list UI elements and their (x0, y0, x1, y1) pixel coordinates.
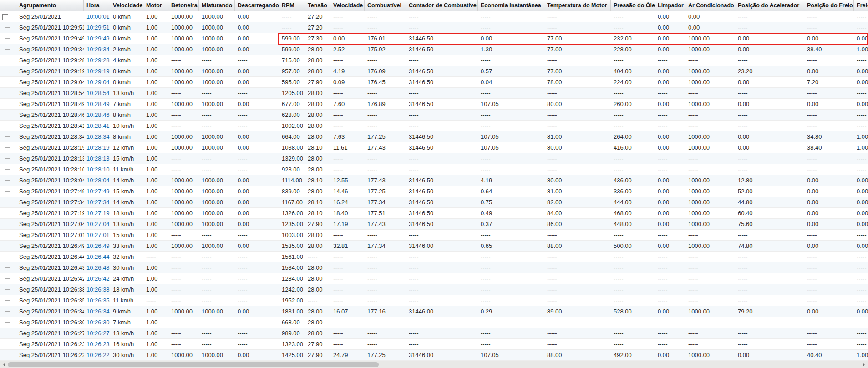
collapse-minus-icon[interactable]: − (2, 14, 8, 20)
table-row[interactable]: Seg 25/01/2021 10:28:4110:28:4110 km/h1.… (0, 121, 868, 131)
cell-hora[interactable]: 10:28:10 (84, 164, 110, 175)
cell-hora[interactable]: 10:29:04 (84, 77, 110, 87)
table-row[interactable]: Seg 25/01/2021 10:26:4310:26:4330 km/h1.… (0, 262, 868, 273)
cell-hora[interactable]: 10:27:01 (84, 230, 110, 240)
table-row[interactable]: Seg 25/01/2021 10:27:0110:27:0115 km/h1.… (0, 230, 868, 241)
column-header-betoneira[interactable]: Betoneira (168, 0, 199, 11)
cell-posicao_acelerador: 0.00 (735, 33, 804, 44)
cell-hora[interactable]: 10:28:34 (84, 131, 110, 142)
table-row[interactable]: −Seg 25/01/202110:00:010 km/h1.001000.00… (0, 11, 868, 22)
column-header-misturando[interactable]: Misturando (199, 0, 235, 11)
cell-hora[interactable]: 10:28:19 (84, 142, 110, 153)
cell-hora[interactable]: 10:27:19 (84, 208, 110, 218)
cell-hora[interactable]: 10:28:04 (84, 175, 110, 186)
table-row[interactable]: Seg 25/01/2021 10:29:5110:29:510 km/h1.0… (0, 22, 868, 33)
cell-hora[interactable]: 10:26:35 (84, 295, 110, 306)
cell-hora[interactable]: 10:28:46 (84, 110, 110, 120)
cell-hora[interactable]: 10:28:49 (84, 99, 110, 109)
table-row[interactable]: Seg 25/01/2021 10:28:5410:28:5413 km/h1.… (0, 88, 868, 99)
cell-hora[interactable]: 10:26:42 (84, 273, 110, 284)
column-header-velocidade[interactable]: Velocidade (110, 0, 143, 11)
table-row[interactable]: Seg 25/01/2021 10:27:3410:27:3414 km/h1.… (0, 197, 868, 208)
table-row[interactable]: Seg 25/01/2021 10:28:1010:28:1011 km/h1.… (0, 164, 868, 175)
column-header-limpador[interactable]: Limpador (655, 0, 685, 11)
cell-hora[interactable]: 10:26:38 (84, 284, 110, 295)
scroll-right-button[interactable] (860, 361, 868, 368)
cell-hora[interactable]: 10:27:49 (84, 186, 110, 197)
table-row[interactable]: Seg 25/01/2021 10:26:2310:26:2316 km/h1.… (0, 339, 868, 350)
table-row[interactable]: Seg 25/01/2021 10:26:4410:26:4432 km/h--… (0, 252, 868, 262)
column-header-rpm[interactable]: RPM (279, 0, 305, 11)
cell-hora[interactable]: 10:26:30 (84, 317, 110, 328)
cell-hora[interactable]: 10:28:13 (84, 153, 110, 164)
column-header-temperatura_motor[interactable]: Temperatura do Motor (544, 0, 611, 11)
column-header-hora[interactable]: Hora (84, 0, 110, 11)
cell-hora[interactable]: 10:29:19 (84, 66, 110, 76)
scrollbar-thumb[interactable] (8, 362, 379, 367)
cell-limpador: ----- (655, 295, 685, 306)
cell-hora[interactable]: 10:26:22 (84, 350, 110, 360)
table-row[interactable]: Seg 25/01/2021 10:28:1310:28:1315 km/h1.… (0, 153, 868, 164)
table-row[interactable]: Seg 25/01/2021 10:29:2810:29:284 km/h1.0… (0, 55, 868, 66)
column-header-economia_instantanea[interactable]: Economia Instantânea (478, 0, 544, 11)
cell-hora[interactable]: 10:28:41 (84, 121, 110, 131)
cell-hora[interactable]: 10:29:49 (84, 33, 110, 44)
cell-hora[interactable]: 10:29:34 (84, 44, 110, 55)
cell-posicao_freio: ----- (804, 284, 854, 295)
scrollbar-track[interactable] (8, 361, 860, 368)
table-row[interactable]: Seg 25/01/2021 10:29:3410:29:342 km/h1.0… (0, 44, 868, 55)
table-row[interactable]: Seg 25/01/2021 10:29:4910:29:490 km/h1.0… (0, 33, 868, 44)
column-header-freio[interactable]: Freio (854, 0, 868, 11)
table-row[interactable]: Seg 25/01/2021 10:27:4910:27:4915 km/h1.… (0, 186, 868, 197)
cell-hora[interactable]: 10:27:34 (84, 197, 110, 207)
column-header-posicao_freio[interactable]: Posição do Freio (804, 0, 854, 11)
column-header-agrupamento[interactable]: Agrupamento (16, 0, 84, 11)
table-row[interactable]: Seg 25/01/2021 10:28:4910:28:497 km/h1.0… (0, 99, 868, 110)
cell-hora[interactable]: 10:27:04 (84, 219, 110, 229)
table-row[interactable]: Seg 25/01/2021 10:26:3410:26:349 km/h1.0… (0, 306, 868, 317)
scroll-left-button[interactable] (0, 361, 8, 368)
cell-hora[interactable]: 10:26:44 (84, 252, 110, 262)
table-row[interactable]: Seg 25/01/2021 10:28:3410:28:348 km/h1.0… (0, 131, 868, 142)
column-header-combustivel[interactable]: Combustível (365, 0, 406, 11)
cell-hora[interactable]: 10:28:54 (84, 88, 110, 98)
table-row[interactable]: Seg 25/01/2021 10:28:0410:28:0414 km/h1.… (0, 175, 868, 186)
cell-hora[interactable]: 10:26:49 (84, 241, 110, 251)
table-row[interactable]: Seg 25/01/2021 10:27:0410:27:0413 km/h1.… (0, 219, 868, 230)
cell-hora[interactable]: 10:26:43 (84, 262, 110, 273)
column-header-descarregando[interactable]: Descarregando (235, 0, 279, 11)
cell-betoneira: 1000.00 (168, 77, 199, 87)
tree-cell (0, 175, 16, 186)
cell-hora[interactable]: 10:26:27 (84, 328, 110, 338)
table-row[interactable]: Seg 25/01/2021 10:28:1910:28:1912 km/h1.… (0, 142, 868, 153)
table-row[interactable]: Seg 25/01/2021 10:26:3810:26:3818 km/h1.… (0, 284, 868, 295)
cell-hora[interactable]: 10:26:23 (84, 339, 110, 349)
column-header-velocidade2[interactable]: Velocidade (330, 0, 365, 11)
column-header-contador_combustivel[interactable]: Contador de Combustível (406, 0, 478, 11)
column-header-tensao[interactable]: Tensão (305, 0, 330, 11)
table-row[interactable]: Seg 25/01/2021 10:26:2210:26:2230 km/h1.… (0, 350, 868, 361)
table-row[interactable]: Seg 25/01/2021 10:26:3510:26:3511 km/h--… (0, 295, 868, 306)
cell-freio: 1.00 (854, 350, 868, 360)
cell-hora[interactable]: 10:00:01 (84, 11, 110, 22)
cell-hora[interactable]: 10:29:28 (84, 55, 110, 66)
table-row[interactable]: Seg 25/01/2021 10:26:3010:26:307 km/h1.0… (0, 317, 868, 328)
column-header-ar_condicionado[interactable]: Ar Condicionado (685, 0, 735, 11)
cell-freio: ----- (854, 121, 868, 131)
column-header-pressao_oleo[interactable]: Pressão do Óleo (611, 0, 655, 11)
cell-hora[interactable]: 10:29:51 (84, 22, 110, 33)
table-row[interactable]: Seg 25/01/2021 10:27:1910:27:1918 km/h1.… (0, 208, 868, 219)
column-header-motor[interactable]: Motor (143, 0, 168, 11)
table-row[interactable]: Seg 25/01/2021 10:28:4610:28:468 km/h1.0… (0, 110, 868, 121)
column-header-posicao_acelerador[interactable]: Posição do Acelerador (735, 0, 804, 11)
cell-motor: 1.00 (143, 208, 168, 218)
table-row[interactable]: Seg 25/01/2021 10:26:4910:26:4933 km/h1.… (0, 241, 868, 252)
cell-descarregando: 0.00 (235, 99, 279, 109)
cell-hora[interactable]: 10:26:34 (84, 306, 110, 317)
table-row[interactable]: Seg 25/01/2021 10:29:0410:29:040 km/h1.0… (0, 77, 868, 88)
table-row[interactable]: Seg 25/01/2021 10:26:2710:26:2713 km/h1.… (0, 328, 868, 339)
cell-freio: ----- (854, 295, 868, 306)
table-row[interactable]: Seg 25/01/2021 10:29:1910:29:190 km/h1.0… (0, 66, 868, 77)
table-row[interactable]: Seg 25/01/2021 10:26:4210:26:4224 km/h1.… (0, 273, 868, 284)
tree-elbow-icon (5, 110, 12, 115)
